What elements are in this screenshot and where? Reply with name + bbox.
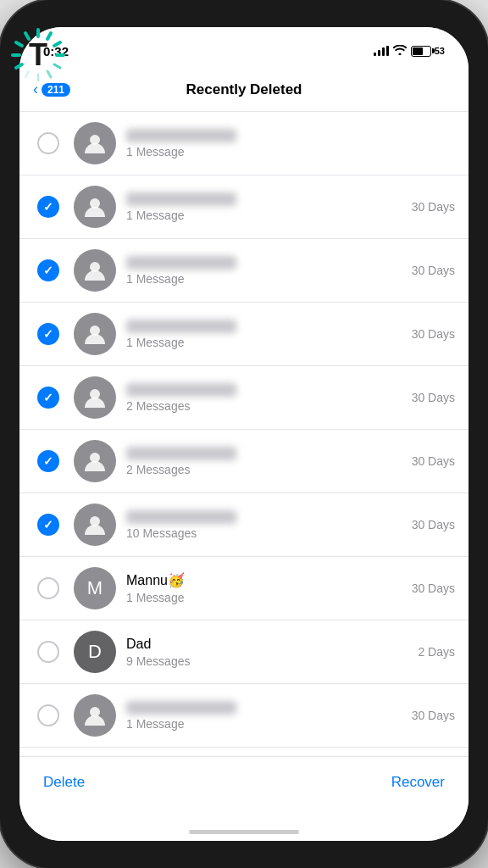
checkbox[interactable] xyxy=(37,577,59,599)
message-time: 30 Days xyxy=(412,518,455,531)
checkbox[interactable] xyxy=(37,132,59,154)
svg-line-8 xyxy=(16,64,22,68)
watermark-letter: T xyxy=(29,37,47,73)
list-item[interactable]: 1 Message30 Days xyxy=(19,684,469,748)
avatar xyxy=(74,440,116,482)
person-icon xyxy=(83,259,107,282)
list-item[interactable]: ✓ 2 Messages30 Days xyxy=(19,430,469,493)
avatar xyxy=(74,313,116,355)
signal-bar-1 xyxy=(374,53,376,56)
list-item[interactable]: MMannu🥳1 Message30 Days xyxy=(19,557,469,620)
checkbox[interactable]: ✓ xyxy=(37,450,59,472)
avatar: D xyxy=(74,631,116,673)
checkbox[interactable]: ✓ xyxy=(37,196,59,218)
message-list[interactable]: 1 Message✓ 1 Message30 Days✓ 1 Message30… xyxy=(19,112,469,756)
list-item[interactable]: ✓ 10 Messages30 Days xyxy=(19,493,469,557)
message-info: Dad9 Messages xyxy=(126,637,411,668)
avatar: M xyxy=(74,567,116,609)
checkbox-area: ✓ xyxy=(33,514,64,536)
person-icon xyxy=(83,386,107,409)
signal-bar-3 xyxy=(382,47,385,56)
message-name xyxy=(126,192,405,206)
message-info: 1 Message xyxy=(126,701,405,731)
message-count: 9 Messages xyxy=(126,654,411,668)
person-icon xyxy=(83,195,107,219)
message-time: 30 Days xyxy=(412,327,455,341)
signal-bars xyxy=(374,46,389,56)
message-name: Mannu🥳 xyxy=(126,572,405,588)
message-info: 2 Messages xyxy=(126,447,405,476)
avatar xyxy=(74,376,116,419)
wifi-icon xyxy=(393,45,407,58)
checkbox[interactable] xyxy=(37,641,59,663)
svg-line-10 xyxy=(16,42,22,46)
checkbox-area: ✓ xyxy=(33,323,64,345)
signal-bar-4 xyxy=(386,46,389,56)
blurred-name xyxy=(126,256,236,270)
list-item[interactable]: ✓ 1 Message30 Days xyxy=(19,303,469,366)
phone-shell: T 0:32 xyxy=(0,0,488,868)
list-item[interactable]: DDad9 Messages2 Days xyxy=(19,620,469,684)
message-name xyxy=(126,383,405,397)
nav-title: Recently Deleted xyxy=(186,81,302,98)
checkbox[interactable] xyxy=(37,704,59,726)
blurred-name xyxy=(126,192,236,206)
checkbox[interactable]: ✓ xyxy=(37,323,59,345)
message-time: 30 Days xyxy=(412,391,455,404)
recover-button[interactable]: Recover xyxy=(391,767,445,798)
svg-line-5 xyxy=(47,71,51,77)
list-item[interactable]: ✓ 1 Message30 Days xyxy=(19,175,469,239)
person-icon xyxy=(83,513,107,537)
message-count: 10 Messages xyxy=(126,526,405,540)
checkbox-area: ✓ xyxy=(33,196,64,218)
home-indicator xyxy=(19,815,469,841)
message-count: 1 Message xyxy=(126,717,405,731)
avatar-letter: D xyxy=(88,641,102,663)
checkbox[interactable]: ✓ xyxy=(37,514,59,536)
message-info: 1 Message xyxy=(126,129,455,159)
message-count: 1 Message xyxy=(126,591,405,604)
checkbox-area xyxy=(33,641,64,663)
message-info: 2 Messages xyxy=(126,383,405,413)
message-time: 30 Days xyxy=(412,454,455,468)
message-count: 2 Messages xyxy=(126,399,405,413)
message-count: 1 Message xyxy=(126,272,405,286)
checkbox-area: ✓ xyxy=(33,259,64,281)
person-icon xyxy=(83,131,107,155)
message-time: 30 Days xyxy=(412,200,455,214)
message-info: 1 Message xyxy=(126,192,405,222)
nav-bar: ‹ 211 Recently Deleted xyxy=(19,68,469,112)
checkbox[interactable]: ✓ xyxy=(37,259,59,281)
checkbox[interactable]: ✓ xyxy=(37,387,59,409)
message-count: 1 Message xyxy=(126,209,405,222)
checkmark-icon: ✓ xyxy=(43,327,53,341)
list-item[interactable]: ✓ 2 Messages30 Days xyxy=(19,366,469,430)
checkmark-icon: ✓ xyxy=(43,454,53,468)
checkmark-icon: ✓ xyxy=(43,518,53,531)
signal-bar-2 xyxy=(378,50,380,56)
person-icon xyxy=(83,449,107,473)
avatar xyxy=(74,694,116,737)
blurred-name xyxy=(126,447,236,460)
person-icon xyxy=(83,322,107,346)
svg-line-4 xyxy=(54,64,60,68)
checkbox-area xyxy=(33,704,64,726)
message-name xyxy=(126,320,405,333)
notch xyxy=(189,0,299,24)
battery-icon xyxy=(411,46,431,57)
delete-button[interactable]: Delete xyxy=(43,767,85,798)
checkbox-area xyxy=(33,132,64,154)
message-info: 1 Message xyxy=(126,256,405,286)
svg-line-1 xyxy=(47,33,51,39)
list-item[interactable]: ✓ 1 Message30 Days xyxy=(19,239,469,303)
message-name xyxy=(126,256,405,270)
message-count: 1 Message xyxy=(126,336,405,349)
avatar xyxy=(74,249,116,292)
battery-container: 53 xyxy=(411,46,445,57)
message-info: 1 Message xyxy=(126,320,405,349)
list-item[interactable]: 1 Message xyxy=(19,112,469,175)
message-time: 30 Days xyxy=(412,581,455,595)
status-icons: 53 xyxy=(374,45,445,58)
message-time: 2 Days xyxy=(418,645,455,659)
watermark: T xyxy=(8,25,68,85)
